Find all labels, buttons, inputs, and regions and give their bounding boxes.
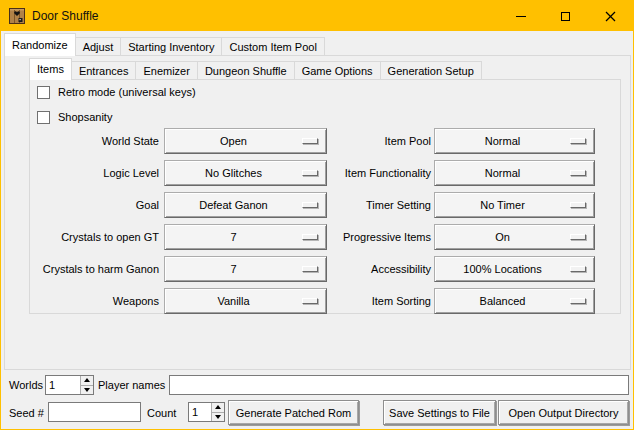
spin-up-button[interactable] (212, 403, 224, 412)
progressive-items-dropdown[interactable]: On (434, 224, 595, 250)
world-state-label: World State (31, 128, 159, 154)
menu-indicator-icon (570, 266, 586, 272)
shopsanity-checkbox[interactable] (37, 111, 50, 124)
count-spinner[interactable]: 1 (188, 402, 225, 422)
shopsanity-label: Shopsanity (58, 111, 112, 123)
menu-indicator-icon (570, 298, 586, 304)
menu-indicator-icon (570, 202, 586, 208)
spin-up-icon (215, 405, 221, 409)
open-output-directory-button[interactable]: Open Output Directory (498, 400, 629, 425)
menu-indicator-icon (302, 234, 318, 240)
count-value: 1 (189, 403, 211, 421)
spin-down-button[interactable] (81, 385, 93, 395)
tab-randomize[interactable]: Randomize (4, 33, 76, 56)
item-sorting-label: Item Sorting (323, 288, 431, 314)
dropdown-value: No Glitches (165, 167, 302, 179)
item-functionality-dropdown[interactable]: Normal (434, 160, 595, 186)
player-names-input[interactable] (169, 375, 629, 395)
tab-generation-setup[interactable]: Generation Setup (380, 61, 482, 80)
menu-indicator-icon (302, 266, 318, 272)
dropdown-value: Balanced (435, 295, 570, 307)
menu-indicator-icon (570, 170, 586, 176)
menu-indicator-icon (302, 138, 318, 144)
maximize-icon (561, 12, 570, 21)
menu-indicator-icon (570, 138, 586, 144)
item-pool-dropdown[interactable]: Normal (434, 128, 595, 154)
titlebar: Door Shuffle (1, 1, 633, 31)
door-shuffle-window: Door Shuffle Randomize Adjust Starting I… (0, 0, 634, 430)
tab-adjust[interactable]: Adjust (75, 37, 122, 56)
dropdown-value: 7 (165, 263, 302, 275)
spin-up-button[interactable] (81, 376, 93, 385)
dropdown-value: Defeat Ganon (165, 199, 302, 211)
seed-input[interactable] (48, 402, 141, 422)
retro-mode-row: Retro mode (universal keys) (37, 84, 196, 100)
dropdown-value: 7 (165, 231, 302, 243)
retro-mode-checkbox[interactable] (37, 86, 50, 99)
tab-custom-item-pool[interactable]: Custom Item Pool (221, 37, 324, 56)
spin-up-icon (84, 378, 90, 382)
item-functionality-label: Item Functionality (323, 160, 431, 186)
spin-down-icon (215, 415, 221, 419)
sub-tab-bar: Items Entrances Enemizer Dungeon Shuffle… (29, 58, 482, 80)
accessibility-label: Accessibility (323, 256, 431, 282)
crystals-harm-ganon-dropdown[interactable]: 7 (164, 256, 327, 282)
dropdown-value: Normal (435, 167, 570, 179)
menu-indicator-icon (302, 170, 318, 176)
weapons-dropdown[interactable]: Vanilla (164, 288, 327, 314)
count-spinner-arrows (211, 403, 224, 421)
minimize-icon (516, 16, 526, 17)
count-label: Count (147, 403, 176, 423)
dropdown-value: Open (165, 135, 302, 147)
menu-indicator-icon (302, 298, 318, 304)
crystals-open-gt-dropdown[interactable]: 7 (164, 224, 327, 250)
window-title: Door Shuffle (32, 9, 99, 23)
dropdown-value: Normal (435, 135, 570, 147)
menu-indicator-icon (570, 234, 586, 240)
tab-enemizer[interactable]: Enemizer (135, 61, 197, 80)
retro-mode-label: Retro mode (universal keys) (58, 86, 196, 98)
tab-entrances[interactable]: Entrances (71, 61, 137, 80)
generate-patched-rom-button[interactable]: Generate Patched Rom (228, 400, 359, 425)
main-tab-bar: Randomize Adjust Starting Inventory Cust… (4, 33, 325, 56)
worlds-label: Worlds (9, 375, 43, 395)
logic-level-dropdown[interactable]: No Glitches (164, 160, 327, 186)
tab-game-options[interactable]: Game Options (294, 61, 381, 80)
tab-dungeon-shuffle[interactable]: Dungeon Shuffle (197, 61, 295, 80)
timer-setting-label: Timer Setting (323, 192, 431, 218)
world-state-dropdown[interactable]: Open (164, 128, 327, 154)
dropdown-value: Vanilla (165, 295, 302, 307)
dropdown-value: On (435, 231, 570, 243)
crystals-open-gt-label: Crystals to open GT (31, 224, 159, 250)
logic-level-label: Logic Level (31, 160, 159, 186)
shopsanity-row: Shopsanity (37, 109, 112, 125)
save-settings-button[interactable]: Save Settings to File (383, 400, 496, 425)
worlds-spinner[interactable]: 1 (45, 375, 94, 395)
weapons-label: Weapons (31, 288, 159, 314)
crystals-harm-ganon-label: Crystals to harm Ganon (31, 256, 159, 282)
maximize-button[interactable] (543, 1, 588, 31)
spin-down-icon (84, 388, 90, 392)
menu-indicator-icon (302, 202, 318, 208)
minimize-button[interactable] (498, 1, 543, 31)
timer-setting-dropdown[interactable]: No Timer (434, 192, 595, 218)
item-pool-label: Item Pool (323, 128, 431, 154)
close-icon (605, 11, 616, 22)
item-sorting-dropdown[interactable]: Balanced (434, 288, 595, 314)
spin-down-button[interactable] (212, 412, 224, 422)
tab-items[interactable]: Items (29, 58, 72, 80)
progressive-items-label: Progressive Items (323, 224, 431, 250)
tab-starting-inventory[interactable]: Starting Inventory (120, 37, 222, 56)
accessibility-dropdown[interactable]: 100% Locations (434, 256, 595, 282)
seed-label: Seed # (9, 403, 44, 423)
dropdown-value: No Timer (435, 199, 570, 211)
dropdown-value: 100% Locations (435, 263, 570, 275)
window-controls (498, 1, 633, 31)
worlds-spinner-arrows (80, 376, 93, 394)
player-names-label: Player names (98, 375, 165, 395)
door-icon (9, 8, 25, 24)
close-button[interactable] (588, 1, 633, 31)
worlds-value: 1 (46, 376, 80, 394)
goal-dropdown[interactable]: Defeat Ganon (164, 192, 327, 218)
goal-label: Goal (31, 192, 159, 218)
